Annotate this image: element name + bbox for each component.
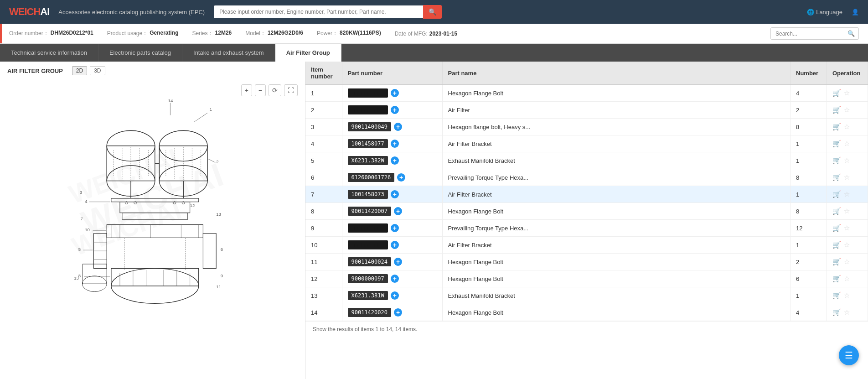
- favorite-button[interactable]: ☆: [844, 106, 850, 114]
- svg-line-23: [208, 159, 215, 163]
- parts-diagram: WEICHAI WEICHAI 14 1: [50, 89, 255, 308]
- table-row: 10■■■■■■■■■■+Air Filter Bracket1🛒☆: [305, 237, 868, 254]
- chat-float-button[interactable]: ☰: [839, 345, 859, 365]
- add-to-cart-button[interactable]: 🛒: [832, 308, 841, 317]
- nav-tab-intake[interactable]: Intake and exhaust system: [182, 44, 275, 62]
- part-info-button[interactable]: +: [394, 308, 402, 317]
- nav-tab-tech[interactable]: Technical service information: [0, 44, 98, 62]
- favorite-button[interactable]: ☆: [844, 275, 850, 283]
- zoom-in-button[interactable]: +: [241, 84, 252, 96]
- cell-number: 8: [790, 119, 827, 135]
- cell-part-name: Hexagon Flange Bolt: [442, 203, 790, 220]
- part-info-button[interactable]: +: [391, 224, 399, 232]
- header-search-input[interactable]: [214, 5, 423, 18]
- part-info-button[interactable]: +: [391, 190, 399, 198]
- add-to-cart-button[interactable]: 🛒: [832, 106, 841, 114]
- favorite-button[interactable]: ☆: [844, 89, 850, 97]
- zoom-out-button[interactable]: −: [255, 84, 266, 96]
- order-value: DHM26D0212*01: [51, 30, 93, 37]
- usage-info: Product usage： Generating: [107, 30, 179, 37]
- favorite-button[interactable]: ☆: [844, 190, 850, 198]
- add-to-cart-button[interactable]: 🛒: [832, 123, 841, 131]
- add-to-cart-button[interactable]: 🛒: [832, 207, 841, 215]
- add-to-cart-button[interactable]: 🛒: [832, 190, 841, 198]
- favorite-button[interactable]: ☆: [844, 258, 850, 266]
- part-info-button[interactable]: +: [394, 258, 402, 266]
- section-title-text: AIR FILTER GROUP: [7, 67, 63, 74]
- col-header-operation: Operation: [827, 62, 868, 85]
- info-search-input[interactable]: [771, 28, 844, 39]
- svg-text:11: 11: [216, 284, 221, 289]
- part-info-button[interactable]: +: [391, 291, 399, 300]
- favorite-button[interactable]: ☆: [844, 173, 850, 182]
- view-2d-button[interactable]: 2D: [72, 66, 87, 75]
- nav-tabs: Technical service informationElectronic …: [0, 44, 868, 62]
- main-content: AIR FILTER GROUP 2D 3D WEICHAI + − ⟳ ⛶ W…: [0, 62, 868, 379]
- cell-item: 8: [305, 203, 342, 220]
- add-to-cart-button[interactable]: 🛒: [832, 224, 841, 232]
- svg-text:3: 3: [79, 190, 82, 195]
- add-to-cart-button[interactable]: 🛒: [832, 275, 841, 283]
- favorite-button[interactable]: ☆: [844, 241, 850, 249]
- table-row: 13X6231.381W+Exhaust Manifold Bracket1🛒☆: [305, 287, 868, 304]
- part-info-button[interactable]: +: [391, 275, 399, 283]
- info-bar: Order number： DHM26D0212*01 Product usag…: [0, 24, 868, 44]
- cell-part-name: Hexagon Flange Bolt: [442, 304, 790, 321]
- part-info-button[interactable]: +: [397, 173, 405, 182]
- add-to-cart-button[interactable]: 🛒: [832, 173, 841, 182]
- part-info-button[interactable]: +: [391, 89, 399, 97]
- view-3d-button[interactable]: 3D: [90, 66, 105, 75]
- series-value: 12M26: [215, 30, 232, 37]
- table-row: 2■■■■■■■■■■+Air Filter2🛒☆: [305, 102, 868, 119]
- part-info-button[interactable]: +: [391, 241, 399, 249]
- part-info-button[interactable]: +: [394, 207, 402, 215]
- model-value: 12M26G2D0/6: [268, 30, 303, 37]
- add-to-cart-button[interactable]: 🛒: [832, 140, 841, 148]
- language-button[interactable]: 🌐 Language: [807, 9, 842, 16]
- add-to-cart-button[interactable]: 🛒: [832, 241, 841, 249]
- favorite-button[interactable]: ☆: [844, 123, 850, 131]
- power-label: Power：: [317, 30, 338, 37]
- cell-number: 8: [790, 203, 827, 220]
- part-number-badge: 90011400024: [348, 257, 391, 266]
- reset-button[interactable]: ⟳: [269, 84, 281, 96]
- part-number-badge: X6231.382W: [348, 156, 388, 165]
- part-number-badge: 612600061726: [348, 173, 395, 182]
- cell-part-number: X6231.381W+: [342, 287, 442, 304]
- cell-item: 7: [305, 186, 342, 203]
- add-to-cart-button[interactable]: 🛒: [832, 156, 841, 165]
- favorite-button[interactable]: ☆: [844, 156, 850, 165]
- header-search-button[interactable]: 🔍: [423, 5, 442, 19]
- cell-item: 13: [305, 287, 342, 304]
- info-search-icon: 🔍: [844, 28, 858, 39]
- part-info-button[interactable]: +: [394, 123, 402, 131]
- add-to-cart-button[interactable]: 🛒: [832, 89, 841, 97]
- cell-item: 10: [305, 237, 342, 254]
- favorite-button[interactable]: ☆: [844, 207, 850, 215]
- cell-part-name: Hexagon flange bolt, Heavy s...: [442, 119, 790, 135]
- favorite-button[interactable]: ☆: [844, 140, 850, 148]
- part-info-button[interactable]: +: [391, 106, 399, 114]
- user-icon[interactable]: 👤: [852, 9, 859, 16]
- cell-operation: 🛒☆: [827, 254, 868, 270]
- cell-part-number: 90011420020+: [342, 304, 442, 321]
- add-to-cart-button[interactable]: 🛒: [832, 258, 841, 266]
- fullscreen-button[interactable]: ⛶: [284, 84, 298, 96]
- col-header-name: Part name: [442, 62, 790, 85]
- add-to-cart-button[interactable]: 🛒: [832, 291, 841, 300]
- cell-operation: 🛒☆: [827, 85, 868, 102]
- part-info-button[interactable]: +: [391, 140, 399, 148]
- part-number-badge: 1001458073: [348, 190, 388, 199]
- favorite-button[interactable]: ☆: [844, 224, 850, 232]
- cell-part-name: Air Filter Bracket: [442, 135, 790, 152]
- cell-operation: 🛒☆: [827, 237, 868, 254]
- part-info-button[interactable]: +: [391, 156, 399, 165]
- table-row: 890011420007+Hexagon Flange Bolt8🛒☆: [305, 203, 868, 220]
- nav-tab-elec[interactable]: Electronic parts catalog: [98, 44, 182, 62]
- cell-item: 6: [305, 169, 342, 186]
- cell-number: 2: [790, 102, 827, 119]
- favorite-button[interactable]: ☆: [844, 291, 850, 300]
- nav-tab-airfilter[interactable]: Air Filter Group: [275, 44, 341, 62]
- favorite-button[interactable]: ☆: [844, 308, 850, 317]
- section-title-row: AIR FILTER GROUP 2D 3D: [0, 62, 305, 80]
